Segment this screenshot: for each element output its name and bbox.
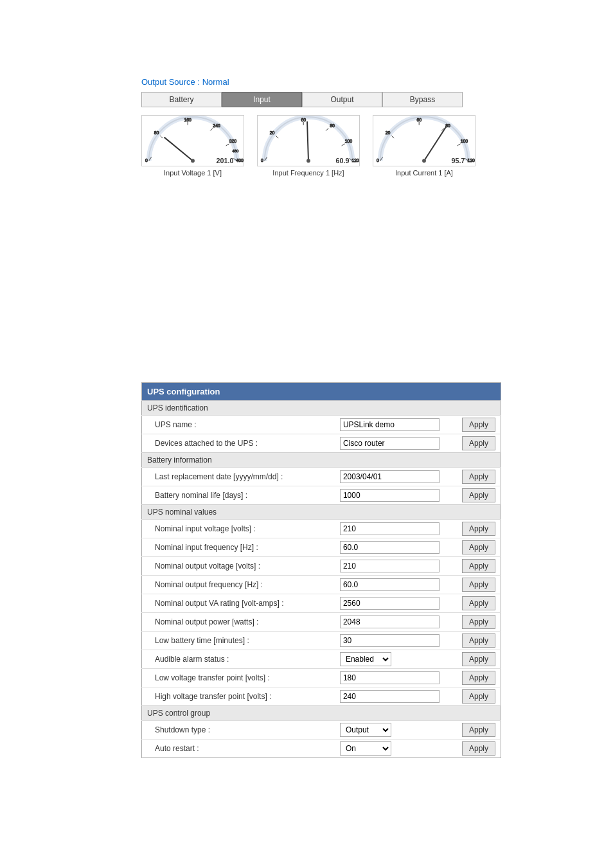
input-nom-output-freq[interactable] xyxy=(340,578,440,591)
table-row: Devices attached to the UPS : Apply xyxy=(142,434,501,453)
row-input-high-voltage-transfer[interactable] xyxy=(335,687,452,706)
row-label-alarm-status: Audible alarm status : xyxy=(142,650,335,669)
svg-line-8 xyxy=(226,144,229,146)
row-apply-auto-restart[interactable]: Apply xyxy=(452,740,501,758)
row-apply-low-voltage-transfer[interactable]: Apply xyxy=(452,669,501,687)
apply-nom-input-voltage[interactable]: Apply xyxy=(462,522,495,536)
tab-battery[interactable]: Battery xyxy=(141,92,222,107)
row-input-ups-name[interactable] xyxy=(335,416,452,434)
input-devices[interactable] xyxy=(340,437,440,450)
gauge-current: 0 20 60 80 100 120 xyxy=(373,115,475,177)
row-label-low-voltage-transfer: Low voltage transfer point [volts] : xyxy=(142,669,335,687)
apply-shutdown-type[interactable]: Apply xyxy=(462,723,495,737)
row-apply-low-battery-time[interactable]: Apply xyxy=(452,632,501,650)
page-container: Output Source : Normal Battery Input Out… xyxy=(0,0,613,868)
row-apply-nom-input-voltage[interactable]: Apply xyxy=(452,520,501,538)
input-last-replacement[interactable] xyxy=(340,470,440,483)
row-input-alarm-status[interactable]: Enabled Disabled xyxy=(335,650,452,669)
select-auto-restart[interactable]: On Off xyxy=(340,741,391,756)
row-apply-nom-va-rating[interactable]: Apply xyxy=(452,594,501,613)
apply-nom-input-freq[interactable]: Apply xyxy=(462,540,495,554)
input-battery-life[interactable] xyxy=(340,489,440,502)
input-low-voltage-transfer[interactable] xyxy=(340,671,440,684)
apply-low-voltage-transfer[interactable]: Apply xyxy=(462,671,495,685)
row-input-nom-va-rating[interactable] xyxy=(335,594,452,613)
svg-text:0: 0 xyxy=(377,158,379,163)
row-apply-alarm-status[interactable]: Apply xyxy=(452,650,501,669)
table-row: Audible alarm status : Enabled Disabled … xyxy=(142,650,501,669)
svg-text:60: 60 xyxy=(416,118,422,122)
input-nom-input-freq[interactable] xyxy=(340,541,440,554)
apply-devices[interactable]: Apply xyxy=(462,436,495,450)
select-shutdown-type[interactable]: Output System xyxy=(340,723,391,737)
row-label-battery-life: Battery nominal life [days] : xyxy=(142,486,335,505)
select-alarm-status[interactable]: Enabled Disabled xyxy=(340,652,391,666)
svg-text:160: 160 xyxy=(184,118,192,122)
apply-auto-restart[interactable]: Apply xyxy=(462,741,495,756)
apply-nom-output-freq[interactable]: Apply xyxy=(462,578,495,592)
table-row: Nominal input voltage [volts] : Apply xyxy=(142,520,501,538)
apply-nom-power[interactable]: Apply xyxy=(462,615,495,629)
row-apply-battery-life[interactable]: Apply xyxy=(452,486,501,505)
apply-nom-output-voltage[interactable]: Apply xyxy=(462,559,495,573)
tab-output[interactable]: Output xyxy=(302,92,382,107)
row-input-nom-power[interactable] xyxy=(335,613,452,632)
row-input-last-replacement[interactable] xyxy=(335,468,452,486)
svg-text:60: 60 xyxy=(301,118,306,122)
row-apply-nom-output-voltage[interactable]: Apply xyxy=(452,557,501,576)
row-label-nom-input-freq: Nominal input frequency [Hz] : xyxy=(142,538,335,557)
table-row: Auto restart : On Off Apply xyxy=(142,740,501,758)
input-nom-output-voltage[interactable] xyxy=(340,560,440,572)
row-apply-nom-input-freq[interactable]: Apply xyxy=(452,538,501,557)
svg-line-43 xyxy=(424,127,446,161)
apply-ups-name[interactable]: Apply xyxy=(462,418,495,432)
svg-point-29 xyxy=(306,159,310,163)
row-apply-shutdown-type[interactable]: Apply xyxy=(452,721,501,740)
row-input-nom-output-voltage[interactable] xyxy=(335,557,452,576)
row-apply-nom-power[interactable]: Apply xyxy=(452,613,501,632)
svg-text:20: 20 xyxy=(270,130,275,135)
row-label-high-voltage-transfer: High voltage transfer point [volts] : xyxy=(142,687,335,706)
input-low-battery-time[interactable] xyxy=(340,634,440,647)
section-battery-info: Battery information xyxy=(142,453,501,468)
apply-last-replacement[interactable]: Apply xyxy=(462,470,495,484)
bottom-section: UPS configuration UPS identification UPS… xyxy=(141,382,501,758)
gauges-row: 0 80 160 240 320 xyxy=(141,115,600,177)
svg-line-24 xyxy=(342,144,345,146)
row-input-low-battery-time[interactable] xyxy=(335,632,452,650)
row-input-auto-restart[interactable]: On Off xyxy=(335,740,452,758)
row-apply-devices[interactable]: Apply xyxy=(452,434,501,453)
input-nom-power[interactable] xyxy=(340,616,440,628)
apply-low-battery-time[interactable]: Apply xyxy=(462,633,495,648)
svg-text:120: 120 xyxy=(467,158,475,163)
row-input-low-voltage-transfer[interactable] xyxy=(335,669,452,687)
apply-high-voltage-transfer[interactable]: Apply xyxy=(462,689,495,704)
apply-nom-va-rating[interactable]: Apply xyxy=(462,596,495,610)
row-input-nom-input-freq[interactable] xyxy=(335,538,452,557)
table-row: Nominal output frequency [Hz] : Apply xyxy=(142,576,501,594)
row-input-devices[interactable] xyxy=(335,434,452,453)
apply-battery-life[interactable]: Apply xyxy=(462,488,495,502)
input-ups-name[interactable] xyxy=(340,418,440,431)
row-input-battery-life[interactable] xyxy=(335,486,452,505)
svg-text:100: 100 xyxy=(345,139,353,143)
apply-alarm-status[interactable]: Apply xyxy=(462,652,495,666)
row-input-nom-input-voltage[interactable] xyxy=(335,520,452,538)
svg-point-14 xyxy=(191,159,195,163)
section-nominal-values: UPS nominal values xyxy=(142,505,501,520)
input-nom-va-rating[interactable] xyxy=(340,597,440,610)
row-apply-ups-name[interactable]: Apply xyxy=(452,416,501,434)
svg-text:240: 240 xyxy=(213,123,220,128)
table-row: Nominal output VA rating [volt-amps] : A… xyxy=(142,594,501,613)
row-apply-nom-output-freq[interactable]: Apply xyxy=(452,576,501,594)
row-input-nom-output-freq[interactable] xyxy=(335,576,452,594)
tab-input[interactable]: Input xyxy=(222,92,302,107)
row-apply-high-voltage-transfer[interactable]: Apply xyxy=(452,687,501,706)
input-high-voltage-transfer[interactable] xyxy=(340,690,440,703)
input-nom-input-voltage[interactable] xyxy=(340,522,440,535)
row-input-shutdown-type[interactable]: Output System xyxy=(335,721,452,740)
tab-bypass[interactable]: Bypass xyxy=(382,92,463,107)
row-apply-last-replacement[interactable]: Apply xyxy=(452,468,501,486)
top-section: Output Source : Normal Battery Input Out… xyxy=(141,77,600,177)
gauge-frequency: 0 20 60 80 100 120 xyxy=(257,115,360,177)
